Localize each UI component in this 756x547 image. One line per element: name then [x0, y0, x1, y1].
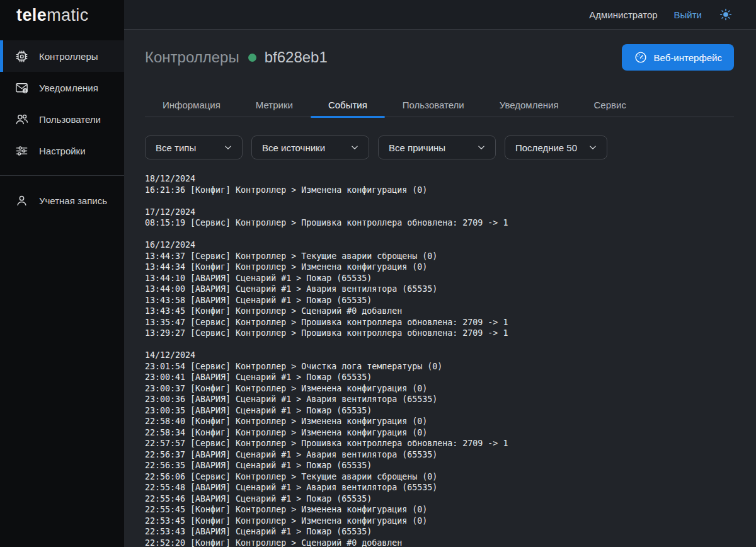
chip-icon [14, 49, 29, 64]
chevron-down-icon [222, 142, 234, 153]
logo-light-part: matic [47, 6, 89, 25]
tab-label: Сервис [594, 100, 626, 110]
tab-label: Информация [163, 100, 220, 110]
log-entry: 23:01:54 [Сервис] Контроллер > Очистка л… [145, 361, 734, 372]
sidebar-item-label: Контроллеры [39, 51, 98, 62]
sidebar-item-label: Пользователи [39, 114, 101, 125]
tab-service[interactable]: Сервис [576, 93, 644, 117]
log-entry: 22:58:40 [Конфиг] Контроллер > Изменена … [145, 416, 734, 427]
mail-alert-icon [14, 80, 29, 95]
sidebar-item-label: Настройки [39, 146, 86, 156]
sidebar-item-controllers[interactable]: Контроллеры [0, 40, 124, 72]
sidebar-item-account[interactable]: Учетная запись [0, 185, 124, 216]
filter-value: Последние 50 [515, 142, 577, 153]
log-entry: 13:35:47 [Сервис] Контроллер > Прошивка … [145, 317, 734, 328]
sun-icon [719, 8, 733, 21]
sliders-icon [14, 143, 29, 158]
log-entry: 22:55:46 [АВАРИЯ] Сценарий #1 > Пожар (6… [145, 493, 734, 505]
log-entry: 22:52:20 [Конфиг] Контроллер > Сценарий … [145, 538, 734, 547]
log-entry: 23:00:35 [АВАРИЯ] Сценарий #1 > Пожар (6… [145, 405, 734, 417]
log-entry: 13:43:58 [АВАРИЯ] Сценарий #1 > Пожар (6… [145, 295, 734, 306]
log-entry: 22:58:34 [Конфиг] Контроллер > Изменена … [145, 427, 734, 439]
sidebar-item-notifications[interactable]: Уведомления [0, 72, 124, 103]
web-interface-button-label: Веб-интерфейс [654, 52, 722, 63]
limit-filter[interactable]: Последние 50 [505, 135, 607, 159]
tab-events[interactable]: События [311, 93, 385, 117]
log-entry: 22:53:45 [Конфиг] Контроллер > Изменена … [145, 515, 734, 527]
filter-value: Все типы [156, 142, 196, 153]
chevron-down-icon [476, 142, 487, 153]
source-filter[interactable]: Все источники [251, 135, 369, 159]
event-log: 18/12/202416:21:36 [Конфиг] Контроллер >… [145, 173, 734, 547]
person-icon [14, 193, 29, 208]
log-group: 16/12/202413:44:37 [Сервис] Контроллер >… [145, 239, 734, 339]
reason-filter[interactable]: Все причины [378, 135, 496, 159]
page-title: Контроллеры [145, 49, 239, 66]
main-content: Контроллеры bf628eb1 Веб-интерфейс Инфор… [124, 30, 756, 547]
log-entry: 13:44:00 [АВАРИЯ] Сценарий #1 > Авария в… [145, 284, 734, 295]
sidebar-items: КонтроллерыУведомленияПользователиНастро… [0, 40, 124, 166]
filter-bar: Все типыВсе источникиВсе причиныПоследни… [145, 135, 734, 159]
log-entry: 22:56:35 [АВАРИЯ] Сценарий #1 > Пожар (6… [145, 460, 734, 471]
tab-label: Пользователи [403, 100, 464, 110]
log-entry: 08:15:19 [Сервис] Контроллер > Прошивка … [145, 217, 734, 229]
sidebar-divider [0, 175, 124, 176]
tab-label: Метрики [256, 100, 293, 110]
sidebar-item-label: Уведомления [39, 83, 98, 93]
chevron-down-icon [587, 142, 598, 153]
device-id: bf628eb1 [265, 49, 328, 66]
log-entry: 22:55:48 [АВАРИЯ] Сценарий #1 > Авария в… [145, 482, 734, 493]
log-entry: 13:44:37 [Сервис] Контроллер > Текущие а… [145, 251, 734, 262]
tab-label: Уведомления [500, 100, 559, 110]
log-entry: 13:43:45 [Конфиг] Контроллер > Сценарий … [145, 306, 734, 317]
tab-bar: ИнформацияМетрикиСобытияПользователиУвед… [145, 93, 734, 117]
log-entry: 16:21:36 [Конфиг] Контроллер > Изменена … [145, 185, 734, 196]
log-entry: 23:00:41 [АВАРИЯ] Сценарий #1 > Пожар (6… [145, 372, 734, 383]
log-date: 14/12/2024 [145, 350, 734, 361]
filter-value: Все источники [262, 142, 325, 153]
sidebar-item-label: Учетная запись [39, 195, 107, 206]
type-filter[interactable]: Все типы [145, 135, 243, 159]
logo-bold-part: tele [16, 6, 47, 25]
log-entry: 13:44:10 [АВАРИЯ] Сценарий #1 > Пожар (6… [145, 273, 734, 284]
logout-link[interactable]: Выйти [674, 9, 702, 20]
web-interface-button[interactable]: Веб-интерфейс [622, 44, 734, 71]
page-header: Контроллеры bf628eb1 Веб-интерфейс [145, 44, 734, 71]
log-entry: 22:56:06 [Сервис] Контроллер > Текущие а… [145, 471, 734, 483]
chevron-down-icon [349, 142, 360, 153]
tab-users[interactable]: Пользователи [385, 93, 482, 117]
log-group: 14/12/202423:01:54 [Сервис] Контроллер >… [145, 350, 734, 547]
log-date: 16/12/2024 [145, 239, 734, 251]
logo-area: telematic [0, 0, 124, 30]
tab-notifications[interactable]: Уведомления [482, 93, 576, 117]
log-entry: 22:55:45 [Конфиг] Контроллер > Изменена … [145, 504, 734, 515]
theme-toggle-button[interactable] [718, 7, 733, 22]
log-entry: 22:57:57 [Сервис] Контроллер > Прошивка … [145, 438, 734, 449]
sidebar-item-users[interactable]: Пользователи [0, 103, 124, 135]
log-date: 17/12/2024 [145, 207, 734, 218]
log-entry: 23:00:36 [АВАРИЯ] Сценарий #1 > Авария в… [145, 394, 734, 405]
topbar: telematic Администратор Выйти [0, 0, 756, 30]
filter-value: Все причины [389, 142, 445, 153]
log-entry: 22:56:37 [АВАРИЯ] Сценарий #1 > Авария в… [145, 449, 734, 461]
log-group: 17/12/202408:15:19 [Сервис] Контроллер >… [145, 207, 734, 229]
gauge-icon [634, 50, 648, 64]
log-date: 18/12/2024 [145, 173, 734, 185]
log-entry: 22:53:43 [АВАРИЯ] Сценарий #1 > Пожар (6… [145, 526, 734, 538]
users-icon [14, 112, 29, 127]
log-entry: 23:00:37 [Конфиг] Контроллер > Изменена … [145, 383, 734, 394]
app-logo[interactable]: telematic [16, 6, 89, 25]
sidebar: КонтроллерыУведомленияПользователиНастро… [0, 30, 124, 547]
current-user-label: Администратор [589, 9, 657, 20]
tab-label: События [328, 100, 367, 110]
status-dot [248, 54, 256, 62]
tab-info[interactable]: Информация [145, 93, 238, 117]
sidebar-item-settings[interactable]: Настройки [0, 135, 124, 166]
tab-metrics[interactable]: Метрики [238, 93, 311, 117]
log-group: 18/12/202416:21:36 [Конфиг] Контроллер >… [145, 173, 734, 195]
log-entry: 13:44:34 [Конфиг] Контроллер > Изменена … [145, 262, 734, 273]
topbar-right: Администратор Выйти [124, 0, 756, 29]
log-entry: 13:29:27 [Сервис] Контроллер > Прошивка … [145, 328, 734, 339]
